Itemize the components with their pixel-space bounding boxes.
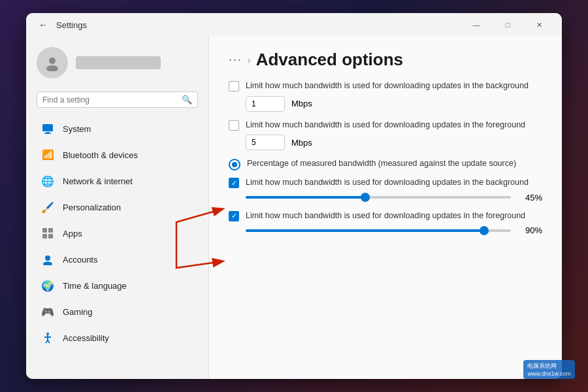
accounts-label: Accounts [63, 255, 97, 265]
slider-fill-bg [246, 196, 365, 199]
titlebar: ← Settings — □ ✕ [26, 13, 562, 37]
setting-group-bg-pct: ✓ Limit how much bandwidth is used for d… [229, 177, 542, 203]
page-title: Advanced options [256, 50, 403, 70]
time-icon: 🌍 [41, 278, 55, 293]
search-input[interactable] [42, 95, 178, 105]
avatar [37, 47, 68, 78]
gaming-icon: 🎮 [41, 304, 55, 319]
slider-track-fg[interactable] [246, 229, 511, 232]
setting-text-3: Limit how much bandwidth is used for dow… [246, 177, 529, 189]
sidebar-item-network[interactable]: 🌐 Network & internet [30, 169, 204, 193]
mbps-row-2: Mbps [246, 135, 542, 150]
system-icon [41, 122, 55, 136]
mbps-row-1: Mbps [246, 96, 542, 112]
sidebar-item-bluetooth[interactable]: 📶 Bluetooth & devices [30, 142, 204, 167]
app-title: Settings [56, 20, 87, 30]
slider-track-bg[interactable] [246, 196, 511, 199]
personalization-label: Personalization [63, 203, 121, 212]
svg-point-11 [46, 333, 49, 335]
checkbox-bg-absolute[interactable] [229, 81, 239, 91]
setting-text-4: Limit how much bandwidth is used for dow… [246, 210, 525, 222]
sidebar-item-time[interactable]: 🌍 Time & language [30, 273, 204, 298]
username-placeholder [76, 56, 161, 69]
slider-thumb-fg[interactable] [480, 226, 489, 235]
svg-point-0 [49, 57, 56, 64]
svg-line-15 [48, 340, 50, 343]
bluetooth-icon: 📶 [41, 148, 55, 162]
setting-group-fg-pct: ✓ Limit how much bandwidth is used for d… [229, 210, 542, 236]
setting-row-1: Limit how much bandwidth is used for dow… [229, 80, 542, 92]
setting-row-4: ✓ Limit how much bandwidth is used for d… [229, 210, 542, 222]
setting-text-2: Limit how much bandwidth is used for dow… [246, 120, 525, 131]
svg-point-1 [46, 65, 58, 71]
gaming-label: Gaming [63, 307, 93, 317]
mbps-label-2: Mbps [291, 138, 312, 148]
accessibility-icon [41, 331, 55, 345]
watermark-line2: www.dnx1w.com [527, 370, 571, 377]
time-label: Time & language [63, 281, 127, 291]
svg-rect-5 [42, 228, 47, 233]
search-icon: 🔍 [182, 95, 192, 105]
breadcrumb-dots: ··· [229, 53, 242, 67]
checkbox-bg-pct[interactable]: ✓ [229, 178, 239, 188]
search-box[interactable]: 🔍 [37, 91, 198, 108]
sidebar-item-personalization[interactable]: 🖌️ Personalization [30, 195, 204, 220]
sidebar: 🔍 System 📶 Bluetooth & devices 🌐 Network… [26, 37, 209, 379]
user-section [26, 42, 208, 89]
close-button[interactable]: ✕ [524, 14, 554, 35]
svg-rect-7 [42, 234, 47, 238]
network-icon: 🌐 [41, 174, 55, 188]
breadcrumb: ··· › Advanced options [229, 50, 542, 70]
svg-rect-8 [48, 234, 53, 238]
bluetooth-label: Bluetooth & devices [63, 150, 138, 160]
mbps-input-1[interactable] [246, 96, 285, 112]
maximize-button[interactable]: □ [493, 14, 523, 35]
radio-percentage[interactable] [229, 159, 240, 171]
setting-row-3: ✓ Limit how much bandwidth is used for d… [229, 177, 542, 189]
checkbox-fg-pct[interactable]: ✓ [229, 211, 239, 221]
watermark-line1: 电脑系统网 [527, 362, 571, 370]
breadcrumb-separator: › [248, 55, 251, 65]
svg-rect-6 [48, 228, 53, 233]
system-label: System [63, 124, 91, 134]
slider-row-bg: 45% [246, 193, 542, 203]
sidebar-item-apps[interactable]: Apps [30, 221, 204, 246]
apps-icon [41, 226, 55, 240]
settings-window: ← Settings — □ ✕ 🔍 [26, 13, 562, 379]
setting-group-bg-absolute: Limit how much bandwidth is used for dow… [229, 80, 542, 112]
setting-group-fg-absolute: Limit how much bandwidth is used for dow… [229, 120, 542, 151]
sidebar-item-accounts[interactable]: Accounts [30, 247, 204, 272]
setting-row-radio: Percentage of measured bandwidth (measur… [229, 158, 542, 171]
main-content: 🔍 System 📶 Bluetooth & devices 🌐 Network… [26, 37, 562, 379]
personalization-icon: 🖌️ [41, 200, 55, 214]
slider-row-fg: 90% [246, 225, 542, 235]
minimize-button[interactable]: — [461, 14, 491, 35]
network-label: Network & internet [63, 176, 133, 186]
svg-point-9 [45, 255, 50, 261]
checkbox-fg-absolute[interactable] [229, 120, 239, 131]
window-controls: — □ ✕ [461, 14, 554, 35]
sidebar-item-accessibility[interactable]: Accessibility [30, 325, 204, 350]
svg-rect-3 [46, 132, 50, 133]
slider-pct-fg: 90% [519, 225, 542, 235]
svg-rect-4 [44, 133, 51, 135]
setting-text-1: Limit how much bandwidth is used for dow… [246, 80, 529, 92]
watermark: 电脑系统网 www.dnx1w.com [523, 360, 575, 379]
svg-rect-2 [42, 124, 53, 131]
slider-pct-bg: 45% [519, 193, 542, 203]
radio-text: Percentage of measured bandwidth (measur… [247, 158, 516, 170]
accessibility-label: Accessibility [63, 333, 109, 343]
sidebar-item-gaming[interactable]: 🎮 Gaming [30, 299, 204, 324]
mbps-label-1: Mbps [291, 99, 312, 108]
svg-point-10 [43, 262, 52, 266]
back-button[interactable]: ← [34, 16, 52, 34]
mbps-input-2[interactable] [246, 135, 285, 150]
accounts-icon [41, 252, 55, 267]
content-area: ··· › Advanced options Limit how much ba… [209, 37, 562, 379]
slider-thumb-bg[interactable] [361, 193, 370, 202]
setting-row-2: Limit how much bandwidth is used for dow… [229, 120, 542, 131]
slider-fill-fg [246, 229, 484, 232]
sidebar-item-system[interactable]: System [30, 116, 204, 141]
apps-label: Apps [63, 229, 82, 238]
